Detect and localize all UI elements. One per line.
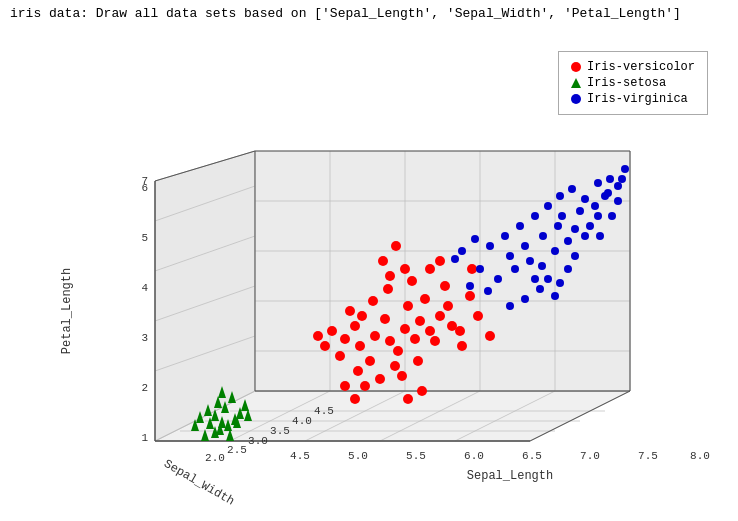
versicolor-point [375,374,385,384]
versicolor-point [413,356,423,366]
versicolor-point [345,306,355,316]
virginica-point [544,275,552,283]
versicolor-point [385,336,395,346]
versicolor-point [393,346,403,356]
svg-text:7.0: 7.0 [580,450,600,462]
versicolor-point [443,301,453,311]
versicolor-point [425,326,435,336]
virginica-point [571,252,579,260]
versicolor-point [320,341,330,351]
versicolor-point [407,276,417,286]
versicolor-point [425,264,435,274]
versicolor-point [380,314,390,324]
versicolor-point [350,394,360,404]
virginica-point [614,182,622,190]
versicolor-point [340,381,350,391]
versicolor-point [340,334,350,344]
virginica-point [506,302,514,310]
svg-text:4.5: 4.5 [290,450,310,462]
versicolor-point [403,301,413,311]
virginica-point [601,192,609,200]
svg-text:5.0: 5.0 [348,450,368,462]
versicolor-point [435,256,445,266]
virginica-point [531,275,539,283]
virginica-point [571,225,579,233]
svg-text:8.0: 8.0 [690,450,710,462]
virginica-point [484,287,492,295]
versicolor-point [415,316,425,326]
virginica-point [471,235,479,243]
virginica-point [564,265,572,273]
virginica-point [554,222,562,230]
virginica-point [558,212,566,220]
versicolor-point [335,351,345,361]
virginica-point [476,265,484,273]
virginica-point [556,279,564,287]
versicolor-point [473,311,483,321]
svg-text:6.5: 6.5 [522,450,542,462]
virginica-point [451,255,459,263]
versicolor-point [370,331,380,341]
versicolor-point [378,256,388,266]
virginica-point [614,197,622,205]
virginica-point [621,165,629,173]
svg-text:3.5: 3.5 [270,425,290,437]
versicolor-point [440,281,450,291]
virginica-point [564,237,572,245]
chart-container: Iris-versicolor Iris-setosa Iris-virgini… [0,21,738,511]
versicolor-point [365,356,375,366]
versicolor-point [313,331,323,341]
svg-text:Sepal_Length: Sepal_Length [467,469,553,483]
versicolor-point [467,264,477,274]
virginica-point [576,207,584,215]
versicolor-point [391,241,401,251]
virginica-point [511,265,519,273]
versicolor-point [357,311,367,321]
virginica-point [539,232,547,240]
virginica-point [594,179,602,187]
svg-text:2.5: 2.5 [227,444,247,456]
versicolor-point [400,264,410,274]
svg-text:2: 2 [141,382,148,394]
chart-title: iris data: Draw all data sets based on [… [0,0,738,21]
versicolor-point [410,334,420,344]
scatter-plot: 1 2 3 4 5 6 7 Petal_Length 2.0 2.5 3.0 3… [0,21,738,511]
versicolor-point [327,326,337,336]
versicolor-point [368,296,378,306]
virginica-point [458,247,466,255]
versicolor-point [390,361,400,371]
versicolor-point [397,371,407,381]
versicolor-point [417,386,427,396]
virginica-point [466,282,474,290]
virginica-point [526,257,534,265]
svg-text:5: 5 [141,232,148,244]
virginica-point [516,222,524,230]
virginica-point [531,212,539,220]
svg-text:6.0: 6.0 [464,450,484,462]
virginica-point [591,202,599,210]
virginica-point [586,222,594,230]
versicolor-point [465,291,475,301]
svg-text:2.0: 2.0 [205,452,225,464]
virginica-point [594,212,602,220]
virginica-point [596,232,604,240]
virginica-point [556,192,564,200]
versicolor-point [485,331,495,341]
virginica-point [536,285,544,293]
versicolor-point [383,284,393,294]
virginica-point [544,202,552,210]
virginica-point [494,275,502,283]
versicolor-point [350,321,360,331]
virginica-point [606,175,614,183]
versicolor-point [360,381,370,391]
virginica-point [581,232,589,240]
versicolor-point [435,311,445,321]
versicolor-point [420,294,430,304]
svg-text:4: 4 [141,282,148,294]
versicolor-point [403,394,413,404]
svg-text:Petal_Length: Petal_Length [60,268,74,354]
virginica-point [501,232,509,240]
virginica-point [551,292,559,300]
virginica-point [506,252,514,260]
versicolor-point [455,326,465,336]
